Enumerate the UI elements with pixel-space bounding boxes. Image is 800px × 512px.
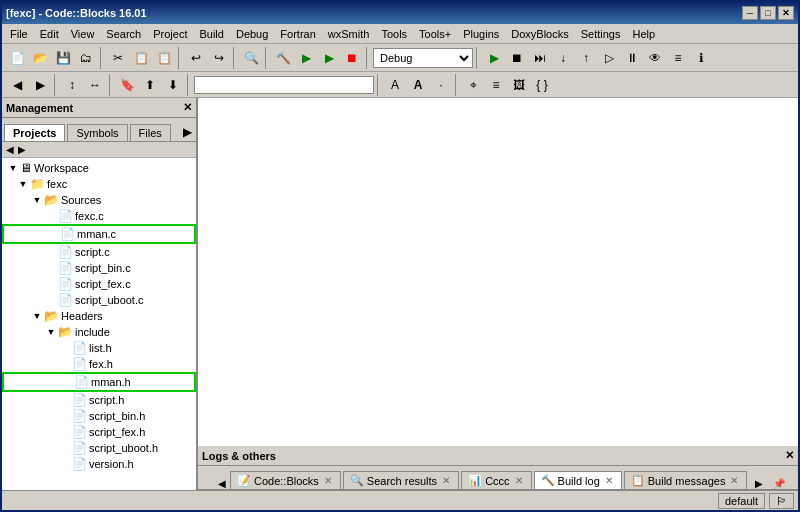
logs-tab-codeblocks[interactable]: 📝 Code::Blocks ✕ bbox=[230, 471, 341, 489]
tb-undo[interactable]: ↩ bbox=[185, 47, 207, 69]
nav-back[interactable]: ◀ bbox=[4, 144, 16, 155]
menu-tools-plus[interactable]: Tools+ bbox=[413, 26, 457, 42]
tb-run[interactable]: ▶ bbox=[318, 47, 340, 69]
tb-debug-stop[interactable]: ⏹ bbox=[506, 47, 528, 69]
tb2-img[interactable]: 🖼 bbox=[508, 74, 530, 96]
tab-buildmessages-close[interactable]: ✕ bbox=[728, 475, 740, 487]
tb-find[interactable]: 🔍 bbox=[240, 47, 262, 69]
editor-area[interactable] bbox=[198, 98, 798, 446]
tree-headers[interactable]: ▼ 📂 Headers bbox=[2, 308, 196, 324]
tb-paste[interactable]: 📋 bbox=[153, 47, 175, 69]
menu-doxyblocks[interactable]: DoxyBlocks bbox=[505, 26, 574, 42]
menu-search[interactable]: Search bbox=[100, 26, 147, 42]
menu-tools[interactable]: Tools bbox=[375, 26, 413, 42]
tree-scriptfexh[interactable]: ▷ 📄 script_fex.h bbox=[2, 424, 196, 440]
tree-scriptbinc[interactable]: ▷ 📄 script_bin.c bbox=[2, 260, 196, 276]
tb2-dot[interactable]: · bbox=[430, 74, 452, 96]
tab-buildlog-close[interactable]: ✕ bbox=[603, 475, 615, 487]
minimize-button[interactable]: ─ bbox=[742, 6, 758, 20]
expander-workspace[interactable]: ▼ bbox=[6, 161, 20, 175]
menu-settings[interactable]: Settings bbox=[575, 26, 627, 42]
tb-breakpoint[interactable]: ⏸ bbox=[621, 47, 643, 69]
tab-symbols[interactable]: Symbols bbox=[67, 124, 127, 141]
tree-fexh[interactable]: ▷ 📄 fex.h bbox=[2, 356, 196, 372]
tb-watch[interactable]: 👁 bbox=[644, 47, 666, 69]
tb-redo[interactable]: ↪ bbox=[208, 47, 230, 69]
tb-debug-out[interactable]: ↑ bbox=[575, 47, 597, 69]
tb2-next-book[interactable]: ⬇ bbox=[162, 74, 184, 96]
tb2-prev-book[interactable]: ⬆ bbox=[139, 74, 161, 96]
logs-pin[interactable]: 📌 bbox=[769, 478, 789, 489]
expander-sources[interactable]: ▼ bbox=[30, 193, 44, 207]
logs-tab-buildmessages[interactable]: 📋 Build messages ✕ bbox=[624, 471, 748, 489]
tb2-match[interactable]: ↔ bbox=[84, 74, 106, 96]
tb-save-all[interactable]: 🗂 bbox=[75, 47, 97, 69]
tb-save[interactable]: 💾 bbox=[52, 47, 74, 69]
tb-debug-step[interactable]: ↓ bbox=[552, 47, 574, 69]
management-close[interactable]: ✕ bbox=[183, 101, 192, 114]
tab-projects[interactable]: Projects bbox=[4, 124, 65, 141]
tb-threads[interactable]: ≡ bbox=[667, 47, 689, 69]
menu-plugins[interactable]: Plugins bbox=[457, 26, 505, 42]
close-button[interactable]: ✕ bbox=[778, 6, 794, 20]
tb-open[interactable]: 📂 bbox=[29, 47, 51, 69]
tb2-bold[interactable]: A bbox=[407, 74, 429, 96]
tb-info[interactable]: ℹ bbox=[690, 47, 712, 69]
tb2-cursor[interactable]: ⌖ bbox=[462, 74, 484, 96]
tree-mmanh[interactable]: ▷ 📄 mman.h bbox=[2, 372, 196, 392]
menu-view[interactable]: View bbox=[65, 26, 101, 42]
build-config-select[interactable]: Debug Release bbox=[373, 48, 473, 68]
logs-scroll-left[interactable]: ◀ bbox=[214, 478, 230, 489]
tree-scripth[interactable]: ▷ 📄 script.h bbox=[2, 392, 196, 408]
menu-edit[interactable]: Edit bbox=[34, 26, 65, 42]
nav-fwd[interactable]: ▶ bbox=[16, 144, 28, 155]
logs-tab-cccc[interactable]: 📊 Cccc ✕ bbox=[461, 471, 531, 489]
tab-cccc-close[interactable]: ✕ bbox=[513, 475, 525, 487]
tree-scriptfexc[interactable]: ▷ 📄 script_fex.c bbox=[2, 276, 196, 292]
tree-fexc[interactable]: ▼ 📁 fexc bbox=[2, 176, 196, 192]
menu-build[interactable]: Build bbox=[193, 26, 229, 42]
tab-searchresults-close[interactable]: ✕ bbox=[440, 475, 452, 487]
tb2-fwd[interactable]: ▶ bbox=[29, 74, 51, 96]
tb2-code[interactable]: { } bbox=[531, 74, 553, 96]
search-input[interactable] bbox=[194, 76, 374, 94]
tb-stop[interactable]: ⏹ bbox=[341, 47, 363, 69]
logs-scroll-right[interactable]: ▶ bbox=[751, 478, 767, 489]
menu-help[interactable]: Help bbox=[626, 26, 661, 42]
tree-listh[interactable]: ▷ 📄 list.h bbox=[2, 340, 196, 356]
tree-scriptc[interactable]: ▷ 📄 script.c bbox=[2, 244, 196, 260]
tab-codeblocks-close[interactable]: ✕ bbox=[322, 475, 334, 487]
tree-sources[interactable]: ▼ 📂 Sources bbox=[2, 192, 196, 208]
expander-headers[interactable]: ▼ bbox=[30, 309, 44, 323]
tb-run-build[interactable]: ▶ bbox=[295, 47, 317, 69]
tb2-back[interactable]: ◀ bbox=[6, 74, 28, 96]
tb-debug-continue[interactable]: ▷ bbox=[598, 47, 620, 69]
tree-scriptbinh[interactable]: ▷ 📄 script_bin.h bbox=[2, 408, 196, 424]
tree-scriptubootc[interactable]: ▷ 📄 script_uboot.c bbox=[2, 292, 196, 308]
tb-debug-run[interactable]: ▶ bbox=[483, 47, 505, 69]
logs-tab-buildlog[interactable]: 🔨 Build log ✕ bbox=[534, 471, 622, 489]
tb-copy[interactable]: 📋 bbox=[130, 47, 152, 69]
tb-new[interactable]: 📄 bbox=[6, 47, 28, 69]
tb2-list[interactable]: ≡ bbox=[485, 74, 507, 96]
maximize-button[interactable]: □ bbox=[760, 6, 776, 20]
tree-include[interactable]: ▼ 📂 include bbox=[2, 324, 196, 340]
tb2-bookmark[interactable]: 🔖 bbox=[116, 74, 138, 96]
expander-include[interactable]: ▼ bbox=[44, 325, 58, 339]
tb2-a[interactable]: A bbox=[384, 74, 406, 96]
menu-fortran[interactable]: Fortran bbox=[274, 26, 321, 42]
tree-workspace[interactable]: ▼ 🖥 Workspace bbox=[2, 160, 196, 176]
menu-project[interactable]: Project bbox=[147, 26, 193, 42]
tree-fexcc[interactable]: ▷ 📄 fexc.c bbox=[2, 208, 196, 224]
tree-scriptuooth[interactable]: ▷ 📄 script_uboot.h bbox=[2, 440, 196, 456]
expander-fexc[interactable]: ▼ bbox=[16, 177, 30, 191]
menu-file[interactable]: File bbox=[4, 26, 34, 42]
tab-more[interactable]: ▶ bbox=[181, 123, 194, 141]
menu-debug[interactable]: Debug bbox=[230, 26, 274, 42]
tab-files[interactable]: Files bbox=[130, 124, 171, 141]
tree-mmanc[interactable]: ▷ 📄 mman.c bbox=[2, 224, 196, 244]
tb-build[interactable]: 🔨 bbox=[272, 47, 294, 69]
tb2-jump[interactable]: ↕ bbox=[61, 74, 83, 96]
tb-cut[interactable]: ✂ bbox=[107, 47, 129, 69]
menu-wxsmith[interactable]: wxSmith bbox=[322, 26, 376, 42]
